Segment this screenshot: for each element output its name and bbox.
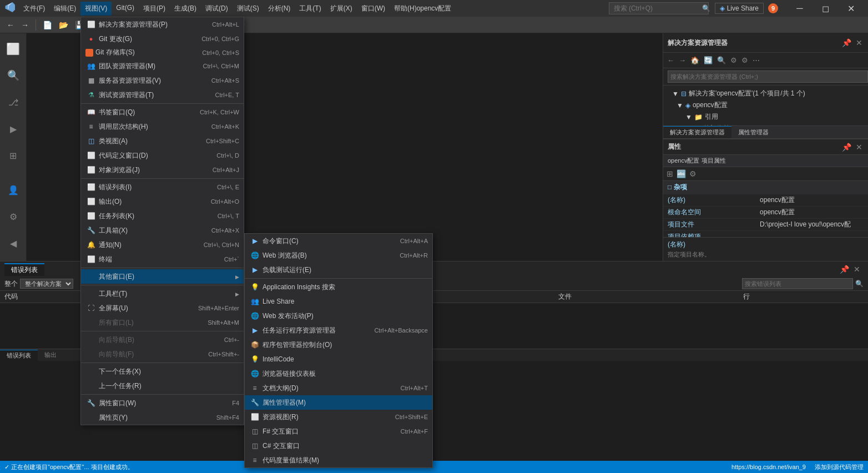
submenu-pkg-manager[interactable]: 📦 程序包管理器控制台(O) bbox=[245, 338, 432, 352]
menu-props-window[interactable]: 🔧 属性窗口(W) F4 bbox=[81, 396, 244, 410]
doc-outline-icon: ≡ bbox=[249, 383, 260, 394]
submenu-csharp[interactable]: ◫ C# 交互窗口 bbox=[245, 439, 432, 453]
sep-3 bbox=[81, 268, 244, 268]
task-runner-icon: ▶ bbox=[249, 325, 260, 336]
menu-terminal[interactable]: ⬜ 终端 Ctrl+` bbox=[81, 252, 244, 266]
submenu-browser-link[interactable]: 🌐 浏览器链接仪表板 bbox=[245, 366, 432, 381]
menu-all-windows: 所有窗口(L) Shift+Alt+M bbox=[81, 315, 244, 330]
menu-task-list[interactable]: ⬜ 任务列表(K) Ctrl+\, T bbox=[81, 209, 244, 223]
obj-browser-icon: ⬜ bbox=[85, 164, 97, 175]
other-windows-icon bbox=[85, 271, 97, 282]
menu-toolbars[interactable]: 工具栏(T) bbox=[81, 286, 244, 301]
test-icon: ⚗ bbox=[85, 89, 97, 100]
csharp-icon: ◫ bbox=[249, 440, 260, 451]
menu-class-view[interactable]: ◫ 类视图(A) Ctrl+Shift+C bbox=[81, 134, 244, 148]
task-icon: ⬜ bbox=[85, 210, 97, 222]
intellicode-icon: 💡 bbox=[249, 354, 260, 365]
prop-mgr-icon: 🔧 bbox=[249, 397, 260, 408]
props-window-icon: 🔧 bbox=[85, 397, 97, 409]
browser-link-icon: 🌐 bbox=[249, 368, 260, 379]
submenu-doc-outline[interactable]: ≡ 文档大纲(D) Ctrl+Alt+T bbox=[245, 381, 432, 395]
menu-code-definition[interactable]: ⬜ 代码定义窗口(D) Ctrl+\, D bbox=[81, 148, 244, 163]
insights-icon: 💡 bbox=[249, 281, 260, 293]
toolbars-arrow bbox=[235, 290, 239, 298]
sol-menu-icon: ⬜ bbox=[85, 19, 97, 30]
submenu-code-metrics[interactable]: ≡ 代码度量值结果(M) bbox=[245, 453, 432, 467]
submenu-fsharp[interactable]: ◫ F# 交互窗口 Ctrl+Alt+F bbox=[245, 424, 432, 439]
sep-5 bbox=[81, 331, 244, 331]
menu-error-list[interactable]: ⬜ 错误列表(I) Ctrl+\, E bbox=[81, 180, 244, 194]
nav-forward-icon bbox=[85, 349, 97, 360]
sub-sep-1 bbox=[245, 278, 432, 279]
menu-object-browser[interactable]: ⬜ 对象浏览器(J) Ctrl+Alt+J bbox=[81, 163, 244, 177]
submenu-web-publish[interactable]: 🌐 Web 发布活动(P) bbox=[245, 309, 432, 323]
menu-prev-task[interactable]: 上一个任务(R) bbox=[81, 379, 244, 393]
notif-icon: 🔔 bbox=[85, 239, 97, 250]
submenu-web-browser[interactable]: 🌐 Web 浏览器(B) Ctrl+Alt+R bbox=[245, 248, 432, 263]
git-changes-icon: ● bbox=[85, 33, 97, 44]
team-icon: 👥 bbox=[85, 61, 97, 72]
submenu-app-insights[interactable]: 💡 Application Insights 搜索 bbox=[245, 280, 432, 294]
menu-call-hierarchy[interactable]: ≡ 调用层次结构(H) Ctrl+Alt+K bbox=[81, 119, 244, 134]
menu-overlay: ⬜ 解决方案资源管理器(P) Ctrl+Alt+L ● Git 更改(G) Ct… bbox=[0, 0, 868, 473]
menu-props-page[interactable]: 属性页(Y) Shift+F4 bbox=[81, 410, 244, 425]
menu-solution-explorer[interactable]: ⬜ 解决方案资源管理器(P) Ctrl+Alt+L bbox=[81, 17, 244, 32]
next-task-icon bbox=[85, 366, 97, 377]
submenu-load-test[interactable]: ▶ 负载测试运行(E) bbox=[245, 263, 432, 277]
hierarchy-icon: ≡ bbox=[85, 121, 97, 132]
menu-nav-back: 向后导航(B) Ctrl+- bbox=[81, 333, 244, 347]
submenu-cmd-window[interactable]: ▶ 命令窗口(C) Ctrl+Alt+A bbox=[245, 234, 432, 248]
nav-back-icon bbox=[85, 334, 97, 345]
menu-output[interactable]: ⬜ 输出(O) Ctrl+Alt+O bbox=[81, 194, 244, 209]
fullscreen-icon: ⛶ bbox=[85, 303, 97, 314]
sep-4 bbox=[81, 285, 244, 285]
other-windows-arrow bbox=[235, 273, 239, 280]
menu-bookmarks[interactable]: 📖 书签窗口(Q) Ctrl+K, Ctrl+W bbox=[81, 105, 244, 119]
web-pub-icon: 🌐 bbox=[249, 310, 260, 321]
menu-fullscreen[interactable]: ⛶ 全屏幕(U) Shift+Alt+Enter bbox=[81, 301, 244, 315]
other-windows-submenu: ▶ 命令窗口(C) Ctrl+Alt+A 🌐 Web 浏览器(B) Ctrl+A… bbox=[244, 233, 433, 468]
server-icon: ▦ bbox=[85, 75, 97, 86]
all-windows-icon bbox=[85, 317, 97, 328]
sep-7 bbox=[81, 394, 244, 395]
code-metrics-icon: ≡ bbox=[249, 455, 260, 466]
live-share-sub-icon: 👥 bbox=[249, 296, 260, 307]
menu-next-task[interactable]: 下一个任务(X) bbox=[81, 364, 244, 379]
output-icon: ⬜ bbox=[85, 196, 97, 207]
load-test-icon: ▶ bbox=[249, 264, 260, 275]
prev-task-icon bbox=[85, 380, 97, 391]
sep-6 bbox=[81, 363, 244, 363]
code-def-icon: ⬜ bbox=[85, 150, 97, 161]
submenu-prop-manager[interactable]: 🔧 属性管理器(M) bbox=[245, 395, 432, 410]
submenu-resource-view[interactable]: ⬜ 资源视图(R) Ctrl+Shift+E bbox=[245, 410, 432, 424]
menu-nav-forward: 向前导航(F) Ctrl+Shift+- bbox=[81, 347, 244, 361]
bookmark-icon: 📖 bbox=[85, 107, 97, 118]
cmd-icon: ▶ bbox=[249, 235, 260, 246]
view-dropdown-menu: ⬜ 解决方案资源管理器(P) Ctrl+Alt+L ● Git 更改(G) Ct… bbox=[80, 17, 244, 425]
menu-server-explorer[interactable]: ▦ 服务器资源管理器(V) Ctrl+Alt+S bbox=[81, 73, 244, 88]
toolbox-icon: 🔧 bbox=[85, 225, 97, 236]
error-icon: ⬜ bbox=[85, 182, 97, 193]
menu-test-explorer[interactable]: ⚗ 测试资源管理器(T) Ctrl+E, T bbox=[81, 88, 244, 102]
submenu-task-runner[interactable]: ▶ 任务运行程序资源管理器 Ctrl+Alt+Backsapce bbox=[245, 323, 432, 338]
menu-git-repo[interactable]: Git 存储库(S) Ctrl+0, Ctrl+S bbox=[81, 46, 244, 59]
submenu-intellicode[interactable]: 💡 IntelliCode bbox=[245, 352, 432, 366]
sep-1 bbox=[81, 103, 244, 104]
res-view-icon: ⬜ bbox=[249, 411, 260, 422]
menu-notifications[interactable]: 🔔 通知(N) Ctrl+\, Ctrl+N bbox=[81, 238, 244, 252]
terminal-icon: ⬜ bbox=[85, 254, 97, 265]
pkg-icon: 📦 bbox=[249, 339, 260, 350]
toolbars-icon bbox=[85, 288, 97, 299]
submenu-live-share[interactable]: 👥 Live Share bbox=[245, 294, 432, 309]
class-icon: ◫ bbox=[85, 135, 97, 147]
props-page-icon bbox=[85, 412, 97, 423]
menu-other-windows[interactable]: 其他窗口(E) bbox=[81, 269, 244, 284]
sep-2 bbox=[81, 178, 244, 179]
git-repo-icon bbox=[85, 49, 93, 57]
fsharp-icon: ◫ bbox=[249, 426, 260, 437]
menu-git-changes[interactable]: ● Git 更改(G) Ctrl+0, Ctrl+G bbox=[81, 32, 244, 46]
menu-team-explorer[interactable]: 👥 团队资源管理器(M) Ctrl+\, Ctrl+M bbox=[81, 59, 244, 73]
menu-toolbox[interactable]: 🔧 工具箱(X) Ctrl+Alt+X bbox=[81, 223, 244, 238]
web-icon: 🌐 bbox=[249, 250, 260, 261]
